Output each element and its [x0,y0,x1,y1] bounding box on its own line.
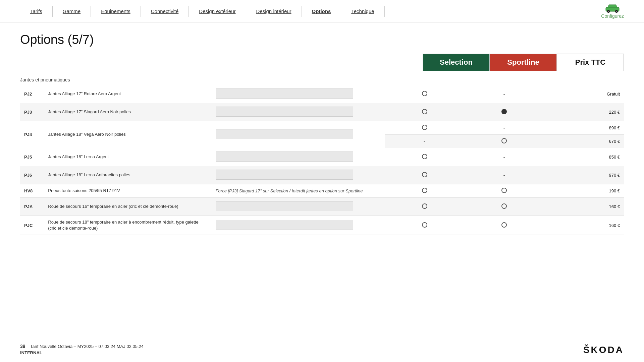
nav-tarifs[interactable]: Tarifs [20,6,53,17]
row-price: 220 € [544,103,624,121]
row-sportline [464,184,544,198]
row-sportline [464,216,544,235]
row-code: PJ2 [20,85,44,103]
dash-icon: - [503,172,505,178]
circle-empty-icon [422,109,427,114]
row-sportline: - [464,85,544,103]
row-price: 890 € [544,121,624,135]
table-row: HV8 Pneus toute saisons 205/55 R17 91V F… [20,184,624,198]
row-description: Roue de secours 16" temporaire en acier … [44,198,211,216]
nav-gamme[interactable]: Gamme [53,6,91,17]
circle-empty-icon [501,203,507,209]
svg-point-4 [616,11,617,12]
table-row: PJ6 Jantes Alliage 18" Lerna Anthracites… [20,166,624,184]
row-swatch [212,103,385,121]
dash-icon: - [503,154,505,160]
row-swatch [212,148,385,166]
row-price: 970 € [544,166,624,184]
circle-empty-icon [501,188,507,193]
page-number: 39 [20,344,25,349]
footer-description: Tarif Nouvelle Octavia – MY2025 – 07.03.… [30,344,144,349]
row-swatch [212,198,385,216]
row-price: 670 € [544,135,624,148]
footer: 39 Tarif Nouvelle Octavia – MY2025 – 07.… [0,344,644,355]
options-table: PJ2 Jantes Alliage 17" Rotare Aero Argen… [20,85,624,235]
row-code: PJ4 [20,121,44,148]
row-code: PJ3 [20,103,44,121]
circle-empty-icon [422,188,427,193]
row-swatch [212,216,385,235]
svg-point-3 [608,11,609,12]
col-selection: Selection [423,54,490,71]
nav-design-exterieur[interactable]: Design extérieur [189,6,246,17]
row-price: 160 € [544,216,624,235]
circle-empty-icon [501,222,507,228]
nav-connectivite[interactable]: Connectivité [141,6,189,17]
row-sportline [464,103,544,121]
table-row: PJ3 Jantes Alliage 17" Slagard Aero Noir… [20,103,624,121]
footer-page-info: 39 Tarif Nouvelle Octavia – MY2025 – 07.… [20,344,144,349]
row-note: Force [PJ3] Slagard 17" sur Selection / … [212,184,385,198]
column-headers: Selection Sportline Prix TTC [0,54,644,71]
row-description: Jantes Alliage 17" Rotare Aero Argent [44,85,211,103]
nav-options[interactable]: Options [302,6,341,17]
row-sportline: - [464,148,544,166]
row-selection [385,198,465,216]
row-description: Jantes Alliage 18" Lerna Argent [44,148,211,166]
table-row: PJC Roue de secours 18" temporaire en ac… [20,216,624,235]
dash-icon: - [503,91,505,97]
row-selection: - [385,135,465,148]
table-row: PJ5 Jantes Alliage 18" Lerna Argent - 85… [20,148,624,166]
row-price: 850 € [544,148,624,166]
table-row: PJ4 Jantes Alliage 18" Vega Aero Noir po… [20,121,624,135]
row-code: HV8 [20,184,44,198]
dash-icon: - [424,138,425,144]
circle-empty-icon [501,138,507,143]
row-price: Gratuit [544,85,624,103]
circle-empty-icon [422,222,427,228]
configurez-label: Configurez [601,13,624,19]
row-selection [385,166,465,184]
section-label: Jantes et pneumatiques [0,74,644,85]
circle-filled-icon [501,109,507,114]
row-swatch [212,121,385,148]
row-sportline: - [464,166,544,184]
row-code: PJ5 [20,148,44,166]
row-selection [385,85,465,103]
footer-left: 39 Tarif Nouvelle Octavia – MY2025 – 07.… [20,344,144,355]
row-swatch [212,85,385,103]
top-navigation: Tarifs Gamme Equipements Connectivité De… [0,0,644,22]
row-code: PJC [20,216,44,235]
row-selection [385,103,465,121]
row-description: Jantes Alliage 18" Lerna Anthracites pol… [44,166,211,184]
footer-internal: INTERNAL [20,350,144,355]
row-selection [385,184,465,198]
row-swatch [212,166,385,184]
col-sportline: Sportline [490,54,557,71]
circle-empty-icon [422,125,427,130]
configurez-button[interactable]: Configurez [601,3,624,19]
row-sportline [464,135,544,148]
row-description: Pneus toute saisons 205/55 R17 91V [44,184,211,198]
nav-equipements[interactable]: Equipements [91,6,141,17]
row-price: 160 € [544,198,624,216]
circle-empty-icon [422,154,427,159]
circle-empty-icon [422,203,427,209]
skoda-logo: ŠKODA [583,345,624,355]
table-row: PJA Roue de secours 16" temporaire en ac… [20,198,624,216]
col-prix-ttc: Prix TTC [557,54,624,71]
nav-design-interieur[interactable]: Design intérieur [246,6,302,17]
nav-technique[interactable]: Technique [341,6,384,17]
row-selection [385,121,465,135]
circle-empty-icon [422,172,427,177]
row-description: Roue de secours 18" temporaire en acier … [44,216,211,235]
row-sportline [464,198,544,216]
table-row: PJ2 Jantes Alliage 17" Rotare Aero Argen… [20,85,624,103]
circle-empty-icon [422,91,427,96]
row-sportline: - [464,121,544,135]
car-icon [604,3,621,13]
row-description: Jantes Alliage 17" Slagard Aero Noir pol… [44,103,211,121]
row-code: PJA [20,198,44,216]
row-code: PJ6 [20,166,44,184]
row-price: 190 € [544,184,624,198]
